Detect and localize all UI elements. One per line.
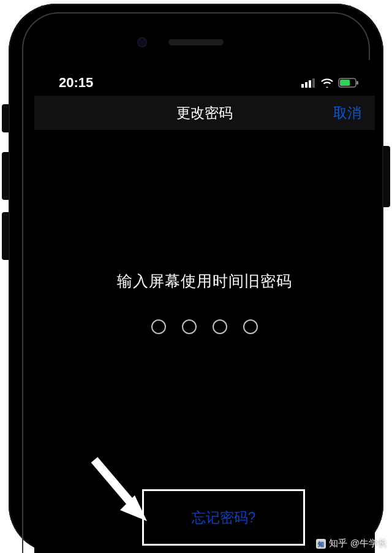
passcode-dot bbox=[213, 319, 227, 334]
watermark-site: 知乎 bbox=[329, 538, 347, 549]
svg-rect-2 bbox=[309, 80, 311, 88]
status-bar: 20:15 bbox=[34, 60, 375, 96]
status-time: 20:15 bbox=[59, 75, 93, 91]
svg-rect-3 bbox=[312, 78, 315, 88]
mute-switch bbox=[2, 104, 9, 132]
forgot-passcode-link[interactable]: 忘记密码? bbox=[192, 508, 256, 527]
svg-rect-0 bbox=[301, 84, 304, 88]
passcode-dots bbox=[34, 319, 375, 334]
passcode-dot bbox=[151, 319, 166, 334]
svg-rect-5 bbox=[356, 81, 358, 85]
watermark-author: @牛学长 bbox=[350, 538, 387, 549]
phone-frame: 20:15 bbox=[9, 4, 383, 553]
svg-rect-1 bbox=[305, 82, 307, 88]
cancel-button[interactable]: 取消 bbox=[333, 104, 361, 123]
volume-up-button bbox=[2, 152, 9, 200]
wifi-icon bbox=[320, 78, 334, 88]
svg-rect-6 bbox=[340, 80, 350, 86]
front-camera bbox=[137, 37, 147, 47]
nav-title: 更改密码 bbox=[176, 104, 233, 123]
svg-text:知: 知 bbox=[317, 541, 324, 547]
volume-down-button bbox=[2, 212, 9, 260]
passcode-dot bbox=[182, 319, 197, 334]
passcode-dot bbox=[243, 319, 258, 334]
screen: 20:15 bbox=[34, 60, 375, 553]
annotation-highlight-box: 忘记密码? bbox=[142, 489, 305, 546]
power-button bbox=[383, 146, 390, 207]
watermark: 知 知乎 @牛学长 bbox=[316, 538, 387, 549]
zhihu-icon: 知 bbox=[316, 539, 326, 549]
speaker-grille bbox=[168, 39, 224, 45]
cellular-icon bbox=[301, 78, 316, 88]
status-indicators bbox=[301, 78, 359, 88]
passcode-content: 输入屏幕使用时间旧密码 bbox=[34, 130, 375, 334]
annotation-arrow-icon bbox=[87, 452, 154, 526]
passcode-prompt: 输入屏幕使用时间旧密码 bbox=[34, 271, 375, 291]
battery-icon bbox=[338, 78, 359, 88]
nav-bar: 更改密码 取消 bbox=[34, 96, 375, 130]
